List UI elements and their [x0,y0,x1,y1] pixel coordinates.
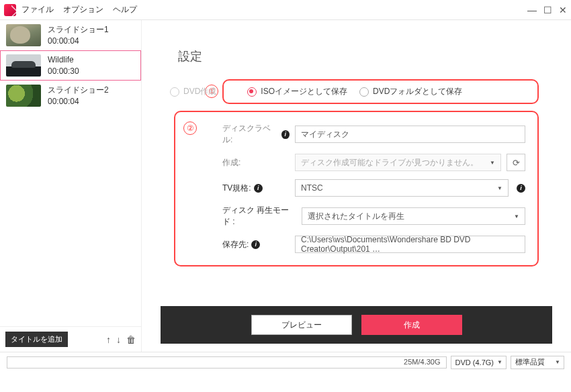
preview-button[interactable]: プレビュー [251,315,352,335]
settings-panel: 設定 ① DVD作成 ISOイメージとして保存 DVDフォルダとして保存 [161,42,552,344]
clip-duration: 00:00:04 [48,96,109,107]
thumbnail [6,85,41,107]
window-controls: — ☐ ✕ [527,5,567,15]
menu-file[interactable]: ファイル [21,4,54,15]
list-item[interactable]: スライドショー2 00:00:04 [0,81,141,111]
capacity-text: 25M/4.30G [404,358,440,366]
clip-info: スライドショー2 00:00:04 [48,85,109,107]
tv-standard-select[interactable]: NTSC [295,179,509,197]
row-save-to: 保存先: i C:\Users\ws\Documents\Wondershare… [222,236,525,253]
statusbar: 25M/4.30G DVD (4.7G) 標準品質 [0,352,571,372]
radio-dot-icon [359,87,369,97]
save-path-field[interactable]: C:\Users\ws\Documents\Wondershare BD DVD… [295,236,525,253]
settings-heading: 設定 [178,48,552,64]
clip-info: Wildlife 00:00:30 [48,54,79,77]
menu-bar: ファイル オプション ヘルプ [21,4,137,15]
delete-icon[interactable]: 🗑 [126,334,136,345]
label-disc-label: ディスクラベル: i [222,123,290,146]
disc-label-input[interactable]: マイディスク [295,126,525,143]
quality-select[interactable]: 標準品質 [511,356,564,369]
clip-title: Wildlife [48,54,79,66]
clip-title: スライドショー1 [48,24,109,36]
info-icon[interactable]: i [251,240,260,249]
clip-title: スライドショー2 [48,85,109,96]
clip-info: スライドショー1 00:00:04 [48,24,109,47]
move-up-icon[interactable]: ↑ [106,334,111,345]
disc-type-select[interactable]: DVD (4.7G) [451,356,507,369]
radio-folder[interactable]: DVDフォルダとして保存 [359,86,462,97]
row-disc-label: ディスクラベル: i マイディスク [222,123,525,146]
minimize-icon[interactable]: — [527,5,537,15]
move-down-icon[interactable]: ↓ [116,334,121,345]
app-icon [4,4,16,16]
maximize-icon[interactable]: ☐ [543,5,552,15]
play-mode-select[interactable]: 選択されたタイトルを再生 [302,207,525,225]
info-icon[interactable]: i [517,184,525,193]
radio-dot-icon [247,87,257,97]
clip-list: スライドショー1 00:00:04 Wildlife 00:00:30 スライド… [0,20,141,326]
drive-select: ディスク作成可能なドライブが見つかりません。 [295,154,501,171]
label-tv: TV規格: i [222,183,290,194]
row-play-mode: ディスク 再生モード : 選択されたタイトルを再生 [222,205,525,228]
radio-label: ISOイメージとして保存 [261,86,347,97]
radio-dvd: DVD作成 [170,86,216,97]
menu-options[interactable]: オプション [63,4,103,15]
sidebar-footer: タイトルを追加 ↑ ↓ 🗑 [0,326,141,352]
radio-dot-icon [170,87,179,97]
list-item[interactable]: スライドショー1 00:00:04 [0,20,141,50]
callout-2: ② [183,121,197,135]
sidebar-actions: ↑ ↓ 🗑 [106,334,136,345]
clip-duration: 00:00:30 [48,66,79,77]
row-create: 作成: ディスク作成可能なドライブが見つかりません。 ⟳ [222,154,525,171]
radio-label: DVDフォルダとして保存 [373,86,462,97]
menu-help[interactable]: ヘルプ [113,4,137,15]
content: スライドショー1 00:00:04 Wildlife 00:00:30 スライド… [0,20,571,352]
output-radio-group: ① DVD作成 ISOイメージとして保存 DVDフォルダとして保存 [222,79,539,104]
list-item[interactable]: Wildlife 00:00:30 [0,50,141,81]
thumbnail [6,54,41,77]
capacity-bar: 25M/4.30G [7,356,447,369]
button-bar: プレビュー 作成 [161,306,552,344]
settings-form: ② ディスクラベル: i マイディスク 作成: ディスク作成可能なドライブが見つ… [174,111,539,266]
info-icon[interactable]: i [254,184,263,193]
add-title-button[interactable]: タイトルを追加 [5,332,68,347]
refresh-button[interactable]: ⟳ [507,154,525,171]
label-create: 作成: [222,157,290,168]
titlebar: ファイル オプション ヘルプ — ☐ ✕ [0,0,571,20]
close-icon[interactable]: ✕ [559,5,567,15]
info-icon[interactable]: i [281,130,290,139]
radio-iso[interactable]: ISOイメージとして保存 [247,86,347,97]
main-panel: 設定 ① DVD作成 ISOイメージとして保存 DVDフォルダとして保存 [142,20,571,352]
radio-label: DVD作成 [183,86,216,97]
clip-duration: 00:00:04 [48,36,109,47]
label-play-mode: ディスク 再生モード : [222,205,296,228]
label-save-to: 保存先: i [222,239,290,250]
sidebar: スライドショー1 00:00:04 Wildlife 00:00:30 スライド… [0,20,142,352]
create-button[interactable]: 作成 [361,315,462,335]
refresh-icon: ⟳ [513,158,520,168]
row-tv: TV規格: i NTSC i [222,179,525,197]
thumbnail [6,24,41,46]
